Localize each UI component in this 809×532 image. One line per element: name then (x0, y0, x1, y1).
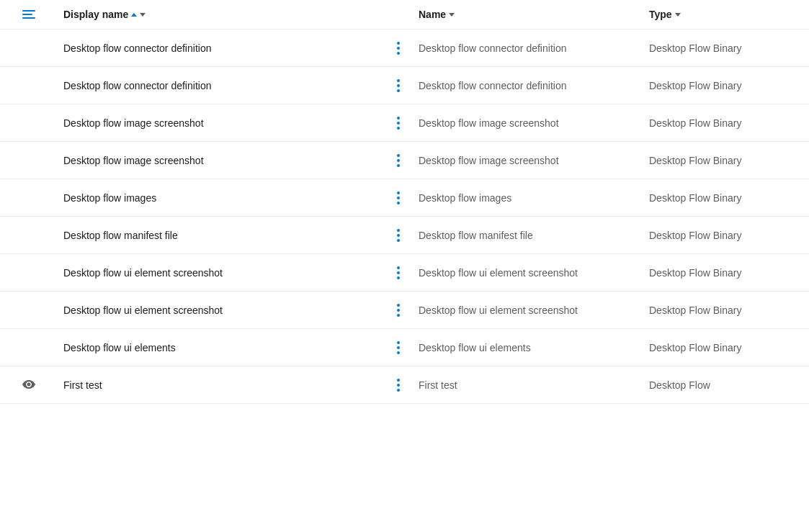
row-display-name: Desktop flow ui element screenshot (58, 305, 384, 316)
data-table: Display name Name Type Desktop flow conn… (0, 0, 809, 404)
row-name: Desktop flow image screenshot (413, 155, 643, 166)
row-display-name: Desktop flow images (58, 192, 384, 204)
more-dots-icon[interactable] (394, 301, 403, 320)
row-more-button[interactable] (384, 226, 413, 245)
row-more-button[interactable] (384, 301, 413, 320)
row-name: Desktop flow ui element screenshot (413, 267, 643, 279)
row-type: Desktop Flow Binary (643, 230, 809, 241)
more-dots-icon[interactable] (394, 189, 403, 207)
table-row[interactable]: Desktop flow ui elements Desktop flow ui… (0, 329, 809, 366)
list-view-icon (22, 10, 35, 19)
more-dots-icon[interactable] (394, 76, 403, 95)
row-type: Desktop Flow Binary (643, 305, 809, 316)
row-display-name: Desktop flow image screenshot (58, 117, 384, 129)
row-display-name: Desktop flow manifest file (58, 230, 384, 241)
sort-desc-icon (140, 13, 146, 17)
row-type: Desktop Flow Binary (643, 117, 809, 129)
header-icon-col (0, 10, 58, 19)
row-name: First test (413, 379, 643, 391)
name-header-label: Name (419, 9, 446, 20)
row-name: Desktop flow image screenshot (413, 117, 643, 129)
row-type: Desktop Flow Binary (643, 80, 809, 91)
more-dots-icon[interactable] (394, 151, 403, 170)
table-row[interactable]: Desktop flow ui element screenshot Deskt… (0, 254, 809, 292)
row-type: Desktop Flow Binary (643, 42, 809, 54)
sort-asc-icon (131, 13, 137, 17)
row-name: Desktop flow ui elements (413, 342, 643, 353)
row-display-name: First test (58, 379, 384, 391)
row-more-button[interactable] (384, 263, 413, 282)
row-name: Desktop flow images (413, 192, 643, 204)
display-name-header-label: Display name (63, 9, 128, 20)
more-dots-icon[interactable] (394, 338, 403, 357)
row-type: Desktop Flow Binary (643, 267, 809, 279)
more-dots-icon[interactable] (394, 114, 403, 132)
more-dots-icon[interactable] (394, 39, 403, 58)
table-row[interactable]: Desktop flow connector definition Deskto… (0, 67, 809, 104)
row-display-name: Desktop flow ui element screenshot (58, 267, 384, 279)
row-display-name: Desktop flow ui elements (58, 342, 384, 353)
table-row[interactable]: Desktop flow image screenshot Desktop fl… (0, 104, 809, 142)
row-display-name: Desktop flow connector definition (58, 42, 384, 54)
row-type: Desktop Flow Binary (643, 155, 809, 166)
row-name: Desktop flow connector definition (413, 42, 643, 54)
row-name: Desktop flow manifest file (413, 230, 643, 241)
row-display-name: Desktop flow connector definition (58, 80, 384, 91)
more-dots-icon[interactable] (394, 263, 403, 282)
table-row[interactable]: Desktop flow images Desktop flow imagesD… (0, 179, 809, 217)
table-row[interactable]: First test First testDesktop Flow (0, 366, 809, 404)
name-sort-icon (449, 13, 455, 17)
table-row[interactable]: Desktop flow image screenshot Desktop fl… (0, 142, 809, 179)
row-type: Desktop Flow Binary (643, 192, 809, 204)
row-more-button[interactable] (384, 151, 413, 170)
table-body: Desktop flow connector definition Deskto… (0, 30, 809, 404)
row-display-name: Desktop flow image screenshot (58, 155, 384, 166)
row-type: Desktop Flow Binary (643, 342, 809, 353)
row-name: Desktop flow connector definition (413, 80, 643, 91)
type-header[interactable]: Type (643, 9, 809, 20)
type-header-label: Type (649, 9, 672, 20)
table-header: Display name Name Type (0, 0, 809, 30)
eye-icon (22, 379, 35, 392)
table-row[interactable]: Desktop flow ui element screenshot Deskt… (0, 292, 809, 329)
display-name-header[interactable]: Display name (58, 9, 384, 20)
row-more-button[interactable] (384, 114, 413, 132)
row-more-button[interactable] (384, 338, 413, 357)
row-more-button[interactable] (384, 189, 413, 207)
more-dots-icon[interactable] (394, 376, 403, 395)
more-dots-icon[interactable] (394, 226, 403, 245)
row-more-button[interactable] (384, 376, 413, 395)
type-sort-icon (675, 13, 681, 17)
row-icon-col (0, 379, 58, 392)
row-type: Desktop Flow (643, 379, 809, 391)
row-name: Desktop flow ui element screenshot (413, 305, 643, 316)
name-header[interactable]: Name (413, 9, 643, 20)
row-more-button[interactable] (384, 76, 413, 95)
table-row[interactable]: Desktop flow manifest file Desktop flow … (0, 217, 809, 254)
row-more-button[interactable] (384, 39, 413, 58)
table-row[interactable]: Desktop flow connector definition Deskto… (0, 30, 809, 67)
